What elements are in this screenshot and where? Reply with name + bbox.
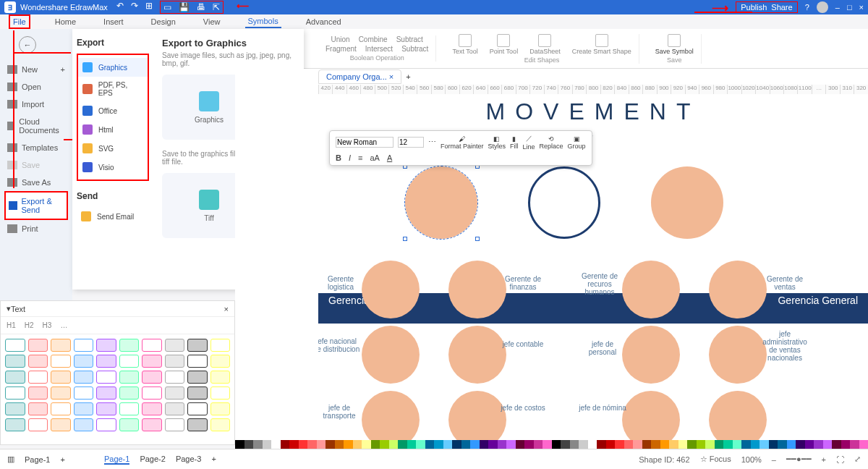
shape-thumbnail[interactable]	[165, 418, 185, 431]
shape-thumbnail[interactable]	[51, 418, 71, 431]
tab-more[interactable]: …	[60, 321, 67, 329]
back-button[interactable]: ←	[19, 36, 36, 54]
color-swatch[interactable]	[723, 440, 733, 449]
color-swatch[interactable]	[588, 440, 597, 449]
shape-thumbnail[interactable]	[5, 371, 25, 384]
shape-thumbnail[interactable]	[142, 386, 162, 400]
color-swatch[interactable]	[615, 440, 624, 449]
shape-thumbnail[interactable]	[165, 339, 185, 352]
shape-thumbnail[interactable]	[119, 418, 140, 431]
menu-insert[interactable]: Insert	[101, 16, 127, 28]
person-r1a[interactable]	[362, 261, 420, 318]
color-swatch[interactable]	[705, 440, 715, 449]
menu-home[interactable]: Home	[52, 16, 79, 28]
shape-thumbnail[interactable]	[119, 371, 140, 384]
shape-thumbnail[interactable]	[119, 355, 140, 368]
replace-button[interactable]: ⟲Replace	[540, 135, 563, 150]
help-icon[interactable]: ?	[805, 3, 809, 12]
color-swatch[interactable]	[841, 440, 851, 449]
person-r2d[interactable]	[709, 326, 767, 384]
shape-thumbnail[interactable]	[5, 386, 25, 400]
color-swatch[interactable]	[299, 440, 308, 449]
shape-thumbnail[interactable]	[74, 371, 94, 384]
zoom-in-button[interactable]: +	[822, 455, 826, 464]
ribbon-text-tool[interactable]: Text Tool	[452, 34, 477, 55]
color-swatch[interactable]	[606, 440, 616, 449]
color-swatch[interactable]	[778, 440, 787, 449]
doc-tab[interactable]: Company Orga... ×	[318, 69, 401, 84]
color-swatch[interactable]	[425, 440, 435, 449]
font-family-input[interactable]	[336, 137, 393, 148]
color-swatch[interactable]	[651, 440, 660, 449]
color-swatch[interactable]	[235, 440, 244, 449]
status-add-page[interactable]: +	[211, 455, 216, 465]
color-swatch[interactable]	[371, 440, 380, 449]
shape-thumbnail[interactable]	[96, 355, 116, 368]
shape-thumbnail[interactable]	[210, 339, 231, 352]
shape-thumbnail[interactable]	[51, 402, 71, 415]
color-swatch[interactable]	[416, 440, 425, 449]
shape-thumbnail[interactable]	[74, 418, 94, 431]
color-swatch[interactable]	[796, 440, 805, 449]
color-swatch[interactable]	[380, 440, 389, 449]
color-swatch[interactable]	[461, 440, 471, 449]
color-swatch[interactable]	[597, 440, 606, 449]
shape-thumbnail[interactable]	[5, 402, 25, 415]
window-minimize-button[interactable]: –	[835, 3, 840, 12]
shape-thumbnail[interactable]	[187, 386, 208, 400]
ribbon-subtract2[interactable]: Subtract	[401, 45, 428, 53]
shape-thumbnail[interactable]	[210, 418, 231, 431]
color-swatch[interactable]	[687, 440, 697, 449]
ribbon-datasheet[interactable]: DataSheet	[529, 34, 561, 55]
shape-thumbnail[interactable]	[28, 418, 48, 431]
shape-thumbnail[interactable]	[74, 339, 94, 352]
color-swatch[interactable]	[389, 440, 399, 449]
fill-button[interactable]: ▮Fill	[510, 135, 519, 150]
shape-thumbnail[interactable]	[187, 418, 208, 431]
shape-thumbnail[interactable]	[74, 402, 94, 415]
color-swatch[interactable]	[344, 440, 353, 449]
shape-thumbnail[interactable]	[74, 355, 94, 368]
color-swatch[interactable]	[570, 440, 579, 449]
color-swatch[interactable]	[769, 440, 778, 449]
color-swatch[interactable]	[326, 440, 335, 449]
color-swatch[interactable]	[480, 440, 489, 449]
status-add-page-left[interactable]: +	[60, 455, 64, 464]
color-swatch[interactable]	[534, 440, 543, 449]
person-gg-right[interactable]	[651, 166, 723, 239]
align-button[interactable]: ≡	[358, 153, 362, 162]
shape-thumbnail[interactable]	[51, 355, 71, 368]
bold-button[interactable]: B	[336, 153, 341, 162]
color-swatch[interactable]	[289, 440, 299, 449]
window-maximize-button[interactable]: □	[847, 3, 852, 12]
shape-thumbnail[interactable]	[28, 402, 48, 415]
qat-print-icon[interactable]: 🖶	[197, 2, 205, 12]
shape-thumbnail[interactable]	[5, 339, 25, 352]
shape-thumbnail[interactable]	[28, 371, 48, 384]
color-swatch[interactable]	[498, 440, 507, 449]
export-graphics[interactable]: Graphics	[78, 58, 148, 77]
format-painter[interactable]: 🖌Format Painter	[441, 135, 484, 150]
color-swatch[interactable]	[642, 440, 652, 449]
shape-thumbnail[interactable]	[5, 355, 25, 368]
ribbon-smart-shape[interactable]: Create Smart Shape	[572, 34, 631, 55]
shape-thumbnail[interactable]	[51, 339, 71, 352]
person-r1d[interactable]	[709, 261, 767, 318]
color-swatch[interactable]	[452, 440, 461, 449]
export-pdf[interactable]: PDF, PS, EPS	[78, 77, 148, 101]
color-swatch[interactable]	[263, 440, 272, 449]
shape-thumbnail[interactable]	[28, 339, 48, 352]
font-size-input[interactable]	[398, 137, 424, 148]
shape-thumbnail[interactable]	[142, 371, 162, 384]
color-swatch[interactable]	[561, 440, 570, 449]
window-close-button[interactable]: ×	[859, 3, 864, 12]
tab-h3[interactable]: H3	[43, 321, 52, 329]
shape-thumbnail[interactable]	[28, 355, 48, 368]
person-r2b[interactable]	[448, 326, 506, 384]
color-swatch[interactable]	[814, 440, 823, 449]
color-swatch[interactable]	[552, 440, 561, 449]
line-button[interactable]: ／Line	[523, 134, 535, 151]
shape-thumbnail[interactable]	[165, 371, 185, 384]
person-gg-left[interactable]	[405, 166, 477, 239]
shape-thumbnail[interactable]	[210, 402, 231, 415]
